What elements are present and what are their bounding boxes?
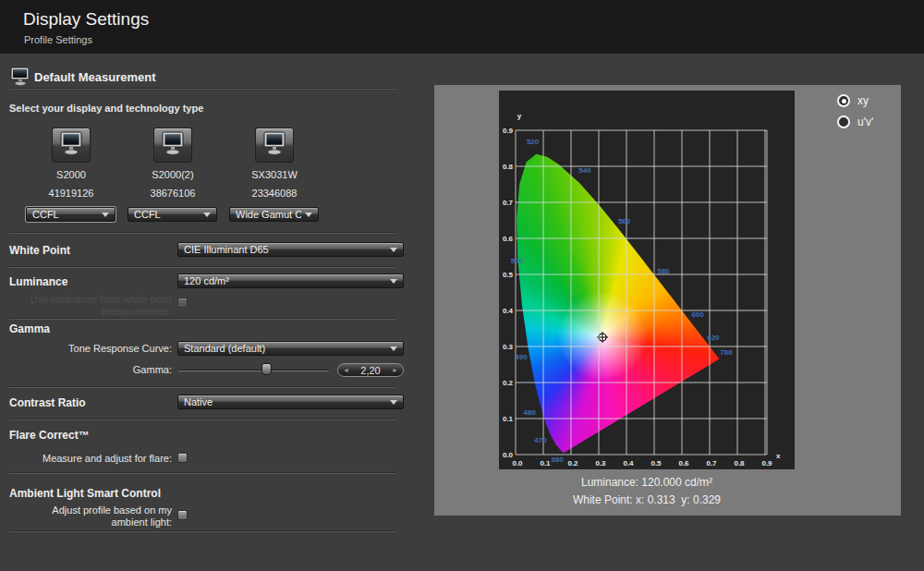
backlight-value: Wide Gamut C( — [236, 209, 301, 220]
svg-text:0.6: 0.6 — [678, 459, 689, 468]
flare-checkbox-label: Measure and adjust for flare: — [23, 453, 172, 464]
svg-text:0.3: 0.3 — [595, 459, 606, 468]
backlight-dropdown-1[interactable]: CCFL — [26, 207, 116, 222]
svg-text:0.8: 0.8 — [734, 459, 745, 468]
display-serial: 41919126 — [20, 188, 122, 199]
white-point-value: CIE Illuminant D65 — [184, 244, 386, 255]
display-select-prompt: Select your display and technology type — [9, 103, 203, 114]
radio-button-icon — [837, 94, 850, 107]
contrast-ratio-value: Native — [184, 396, 386, 407]
svg-text:560: 560 — [618, 217, 631, 225]
display-settings-window: Display Settings Profile Settings Defaul… — [0, 0, 924, 571]
chevron-down-icon — [390, 279, 397, 284]
svg-text:0.0: 0.0 — [503, 451, 514, 459]
svg-text:0.9: 0.9 — [761, 459, 772, 468]
monitor-icon — [261, 131, 287, 160]
separator — [9, 232, 395, 234]
svg-text:0.3: 0.3 — [503, 343, 514, 351]
ambient-checkbox[interactable] — [177, 510, 188, 520]
svg-text:0.7: 0.7 — [706, 459, 717, 468]
header-bar: Display Settings Profile Settings — [0, 0, 924, 54]
backlight-dropdown-2[interactable]: CCFL — [128, 207, 217, 222]
monitor-icon — [58, 131, 84, 160]
radio-uv-label: u'v' — [857, 115, 873, 128]
use-wp-luminance-label: Use luminance from white point measureme… — [23, 294, 172, 318]
svg-text:0.8: 0.8 — [503, 163, 514, 171]
svg-text:0.5: 0.5 — [503, 271, 514, 279]
separator — [9, 386, 395, 388]
flare-checkbox[interactable] — [177, 453, 188, 463]
separator — [9, 88, 395, 90]
increment-arrow-icon[interactable]: ► — [392, 367, 398, 373]
contrast-ratio-dropdown[interactable]: Native — [177, 395, 404, 409]
svg-text:0.0: 0.0 — [512, 459, 523, 468]
chevron-down-icon — [390, 248, 397, 252]
svg-text:600: 600 — [691, 310, 704, 319]
svg-text:0.1: 0.1 — [503, 415, 514, 423]
display-button-sx3031w[interactable] — [255, 128, 294, 163]
chevron-down-icon — [102, 213, 109, 217]
svg-text:0.1: 0.1 — [540, 459, 551, 468]
svg-text:0.6: 0.6 — [503, 235, 514, 243]
svg-text:0.4: 0.4 — [503, 307, 514, 315]
page-title: Display Settings — [23, 9, 149, 30]
separator — [9, 419, 395, 420]
svg-text:580: 580 — [657, 267, 670, 275]
flare-correct-label: Flare Correct™ — [9, 429, 90, 442]
white-point-label: White Point — [9, 244, 70, 257]
svg-text:0.4: 0.4 — [623, 459, 634, 468]
page-subtitle: Profile Settings — [24, 34, 92, 45]
luminance-dropdown[interactable]: 120 cd/m² — [177, 273, 404, 288]
radio-xy[interactable]: xy — [837, 94, 869, 107]
white-point-dropdown[interactable]: CIE Illuminant D65 — [177, 242, 404, 257]
contrast-ratio-label: Contrast Ratio — [9, 396, 86, 409]
svg-text:700: 700 — [720, 348, 733, 357]
ambient-light-label: Ambient Light Smart Control — [9, 487, 161, 500]
display-serial: 38676106 — [122, 188, 224, 199]
display-button-s2000[interactable] — [52, 128, 91, 163]
separator — [9, 530, 395, 532]
white-point-caption: White Point: x: 0.313 y: 0.329 — [499, 493, 795, 506]
svg-text:x: x — [776, 452, 781, 460]
gamma-value-label: Gamma: — [23, 364, 172, 375]
display-button-s2000-2[interactable] — [153, 128, 192, 163]
chart-grid: 0.00.10.20.30.40.50.60.70.80.90.00.10.20… — [499, 91, 795, 469]
svg-text:480: 480 — [523, 408, 536, 417]
display-name: S2000(2) — [122, 169, 224, 180]
trc-label: Tone Response Curve: — [23, 343, 172, 354]
svg-text:y: y — [517, 112, 522, 120]
gamma-spinner[interactable]: ◄ 2,20 ► — [337, 363, 404, 377]
separator — [9, 472, 395, 474]
radio-button-icon — [837, 115, 850, 128]
svg-text:470: 470 — [534, 436, 547, 444]
monitor-icon — [160, 131, 186, 160]
trc-dropdown[interactable]: Standard (default) — [177, 341, 404, 356]
decrement-arrow-icon[interactable]: ◄ — [343, 367, 349, 373]
gamma-slider-thumb[interactable] — [261, 363, 272, 375]
separator — [9, 318, 395, 320]
backlight-value: CCFL — [134, 209, 200, 220]
svg-text:500: 500 — [511, 257, 524, 265]
luminance-value: 120 cd/m² — [184, 275, 386, 286]
display-name: SX3031W — [224, 169, 325, 180]
trc-value: Standard (default) — [184, 343, 386, 354]
svg-text:490: 490 — [515, 353, 528, 361]
backlight-dropdown-3[interactable]: Wide Gamut C( — [229, 207, 319, 222]
svg-text:520: 520 — [527, 138, 540, 146]
section-title: Default Measurement — [34, 70, 155, 84]
display-serial: 23346088 — [224, 188, 325, 199]
chevron-down-icon — [203, 213, 211, 217]
svg-text:0.2: 0.2 — [503, 379, 514, 387]
monitor-section-icon — [9, 67, 31, 90]
svg-text:0.2: 0.2 — [567, 459, 578, 468]
display-name: S2000 — [20, 169, 122, 180]
svg-text:0.7: 0.7 — [503, 199, 514, 207]
chevron-down-icon — [390, 400, 397, 405]
svg-text:540: 540 — [578, 166, 591, 175]
radio-xy-label: xy — [857, 94, 869, 107]
gamma-slider[interactable] — [178, 370, 329, 371]
use-wp-luminance-checkbox — [177, 298, 188, 308]
svg-text:620: 620 — [707, 334, 720, 342]
luminance-caption: Luminance: 120.000 cd/m² — [499, 476, 795, 489]
radio-uv[interactable]: u'v' — [837, 115, 873, 128]
